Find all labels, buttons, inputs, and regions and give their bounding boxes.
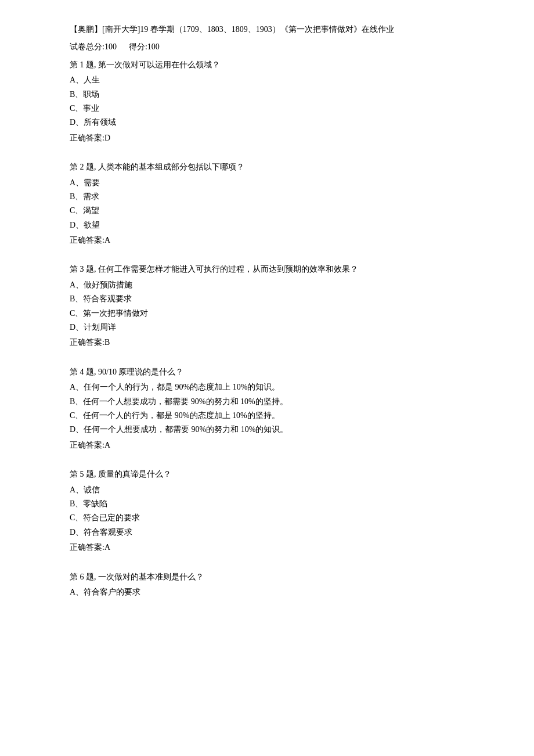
correct-answer-5: 正确答案:A	[70, 541, 464, 554]
option-q1_c: C、事业	[70, 102, 464, 115]
option-q5_d: D、符合客观要求	[70, 526, 464, 539]
option-q4_c: C、任何一个人的行为，都是 90%的态度加上 10%的坚持。	[70, 409, 464, 422]
option-q4_a: A、任何一个人的行为，都是 90%的态度加上 10%的知识。	[70, 381, 464, 394]
question-block-3: 第 3 题, 任何工作需要怎样才能进入可执行的过程，从而达到预期的效率和效果？A…	[70, 263, 464, 349]
option-q3_b: B、符合客观要求	[70, 293, 464, 305]
option-q5_b: B、零缺陷	[70, 498, 464, 510]
option-q2_b: B、需求	[70, 190, 464, 203]
header-title: 【奥鹏】[南开大学]19 春学期（1709、1803、1809、1903）《第一…	[70, 23, 464, 36]
question-block-1: 第 1 题, 第一次做对可以运用在什么领域？A、人生B、职场C、事业D、所有领域…	[70, 59, 464, 145]
page-header: 【奥鹏】[南开大学]19 春学期（1709、1803、1809、1903）《第一…	[70, 23, 464, 36]
question-block-2: 第 2 题, 人类本能的基本组成部分包括以下哪项？A、需要B、需求C、渴望D、欲…	[70, 161, 464, 247]
question-title-6: 第 6 题, 一次做对的基本准则是什么？	[70, 571, 464, 584]
question-title-2: 第 2 题, 人类本能的基本组成部分包括以下哪项？	[70, 161, 464, 174]
option-q5_c: C、符合已定的要求	[70, 512, 464, 524]
question-title-4: 第 4 题, 90/10 原理说的是什么？	[70, 366, 464, 379]
option-q3_a: A、做好预防措施	[70, 279, 464, 291]
option-q4_b: B、任何一个人想要成功，都需要 90%的努力和 10%的坚持。	[70, 395, 464, 408]
question-block-6: 第 6 题, 一次做对的基本准则是什么？A、符合客户的要求	[70, 571, 464, 599]
option-q1_a: A、人生	[70, 74, 464, 87]
question-title-3: 第 3 题, 任何工作需要怎样才能进入可执行的过程，从而达到预期的效率和效果？	[70, 263, 464, 276]
score-section: 试卷总分:100 得分:100	[70, 41, 464, 53]
correct-answer-1: 正确答案:D	[70, 132, 464, 145]
got-score: 得分:100	[129, 42, 160, 51]
question-title-5: 第 5 题, 质量的真谛是什么？	[70, 468, 464, 481]
question-block-5: 第 5 题, 质量的真谛是什么？A、诚信B、零缺陷C、符合已定的要求D、符合客观…	[70, 468, 464, 554]
option-q1_b: B、职场	[70, 88, 464, 101]
option-q2_c: C、渴望	[70, 204, 464, 217]
correct-answer-3: 正确答案:B	[70, 336, 464, 349]
option-q3_c: C、第一次把事情做对	[70, 307, 464, 320]
total-score: 试卷总分:100	[70, 42, 117, 51]
option-q6_a: A、符合客户的要求	[70, 586, 464, 599]
option-q3_d: D、计划周详	[70, 321, 464, 334]
option-q2_a: A、需要	[70, 177, 464, 189]
questions-container: 第 1 题, 第一次做对可以运用在什么领域？A、人生B、职场C、事业D、所有领域…	[70, 59, 464, 599]
option-q5_a: A、诚信	[70, 484, 464, 496]
question-title-1: 第 1 题, 第一次做对可以运用在什么领域？	[70, 59, 464, 71]
correct-answer-2: 正确答案:A	[70, 234, 464, 247]
option-q1_d: D、所有领域	[70, 116, 464, 129]
question-block-4: 第 4 题, 90/10 原理说的是什么？A、任何一个人的行为，都是 90%的态…	[70, 366, 464, 452]
option-q2_d: D、欲望	[70, 219, 464, 232]
option-q4_d: D、任何一个人想要成功，都需要 90%的努力和 10%的知识。	[70, 423, 464, 436]
correct-answer-4: 正确答案:A	[70, 439, 464, 452]
